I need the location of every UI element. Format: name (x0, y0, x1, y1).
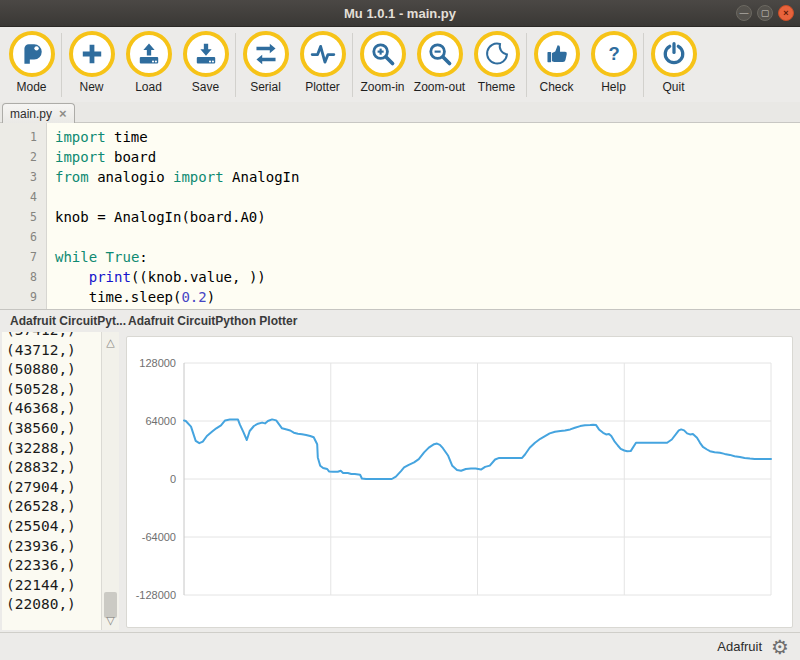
zoom-in-label: Zoom-in (360, 80, 404, 94)
serial-scrollbar[interactable]: △ ▽ (101, 332, 119, 630)
line-number: 6 (0, 227, 37, 247)
tab-bar: main.py × (0, 102, 800, 123)
line-number: 9 (0, 287, 37, 307)
plotter-pane-title: Adafruit CircuitPython Plotter (128, 314, 297, 328)
code-editor[interactable]: 123456789 import timeimport boardfrom an… (0, 123, 800, 310)
save-button[interactable]: Save (177, 31, 234, 94)
help-button[interactable]: ? Help (585, 31, 642, 94)
zoom-out-label: Zoom-out (414, 80, 465, 94)
load-icon (126, 31, 172, 77)
toolbar-separator (235, 33, 236, 97)
question-mark-icon: ? (591, 31, 637, 77)
toolbar-separator (643, 33, 644, 97)
svg-text:0: 0 (170, 473, 176, 485)
quit-button[interactable]: Quit (645, 31, 702, 94)
toolbar-separator (352, 33, 353, 97)
code-line (55, 227, 800, 247)
line-number: 2 (0, 147, 37, 167)
serial-line: (43712,) (6, 341, 101, 361)
plotter-svg: 128000640000-64000-128000 (127, 337, 792, 627)
check-label: Check (539, 80, 573, 94)
check-button[interactable]: Check (528, 31, 585, 94)
mu-editor-window: Mu 1.0.1 - main.py — ▢ × Mode New Load (0, 0, 800, 660)
serial-line: (23936,) (6, 537, 101, 557)
svg-text:?: ? (608, 43, 619, 64)
mode-label: Mode (16, 80, 46, 94)
minimize-button[interactable]: — (736, 5, 752, 21)
mode-icon (9, 31, 55, 77)
titlebar: Mu 1.0.1 - main.py — ▢ × (0, 0, 800, 27)
serial-line: (37412,) (6, 332, 101, 341)
plotter-button[interactable]: Plotter (294, 31, 351, 94)
code-line: time.sleep(0.2) (55, 287, 800, 307)
theme-button[interactable]: Theme (468, 31, 525, 94)
serial-line: (46368,) (6, 399, 101, 419)
serial-line: (38560,) (6, 419, 101, 439)
zoom-in-icon (360, 31, 406, 77)
serial-line: (22080,) (6, 595, 101, 615)
code-line: knob = AnalogIn(board.A0) (55, 207, 800, 227)
maximize-button[interactable]: ▢ (757, 5, 773, 21)
toolbar: Mode New Load Save Serial (0, 27, 800, 106)
toolbar-separator (526, 33, 527, 97)
svg-text:64000: 64000 (145, 415, 176, 427)
code-line (55, 187, 800, 207)
serial-label: Serial (250, 80, 281, 94)
save-label: Save (192, 80, 219, 94)
scroll-up-icon[interactable]: △ (102, 334, 119, 350)
svg-text:-64000: -64000 (142, 531, 176, 543)
code-line: print((knob.value, )) (55, 267, 800, 287)
gear-icon[interactable]: ⚙ (771, 637, 789, 657)
close-button[interactable]: × (778, 5, 794, 21)
zoom-in-button[interactable]: Zoom-in (354, 31, 411, 94)
serial-line: (28832,) (6, 458, 101, 478)
mode-status-label: Adafruit (717, 639, 762, 654)
line-number: 8 (0, 267, 37, 287)
zoom-out-button[interactable]: Zoom-out (411, 31, 468, 94)
serial-line: (22336,) (6, 556, 101, 576)
serial-icon (243, 31, 289, 77)
toolbar-separator (61, 33, 62, 97)
line-number: 1 (0, 127, 37, 147)
serial-line: (50880,) (6, 360, 101, 380)
code-line: while True: (55, 247, 800, 267)
line-number: 5 (0, 207, 37, 227)
serial-line: (50528,) (6, 380, 101, 400)
serial-line: (32288,) (6, 439, 101, 459)
status-bar: Adafruit ⚙ (0, 632, 800, 660)
tab-label: main.py (10, 107, 52, 121)
line-number: 3 (0, 167, 37, 187)
quit-label: Quit (662, 80, 684, 94)
tab-main-py[interactable]: main.py × (2, 103, 75, 123)
svg-text:128000: 128000 (139, 357, 176, 369)
window-controls: — ▢ × (736, 5, 794, 21)
new-button[interactable]: New (63, 31, 120, 94)
new-label: New (79, 80, 103, 94)
serial-button[interactable]: Serial (237, 31, 294, 94)
load-button[interactable]: Load (120, 31, 177, 94)
code-line: from analogio import AnalogIn (55, 167, 800, 187)
new-file-icon (69, 31, 115, 77)
theme-label: Theme (478, 80, 515, 94)
svg-text:-128000: -128000 (136, 589, 176, 601)
serial-output-pane[interactable]: (37412,)(43712,)(50880,)(50528,)(46368,)… (2, 332, 119, 630)
scroll-down-icon[interactable]: ▽ (102, 612, 119, 628)
zoom-out-icon (417, 31, 463, 77)
plotter-chart: 128000640000-64000-128000 (126, 336, 793, 628)
theme-moon-icon (474, 31, 520, 77)
window-title: Mu 1.0.1 - main.py (344, 6, 456, 21)
thumbs-up-icon (534, 31, 580, 77)
plotter-label: Plotter (305, 80, 340, 94)
code-lines[interactable]: import timeimport boardfrom analogio imp… (47, 123, 800, 309)
line-number-gutter: 123456789 (0, 123, 47, 309)
serial-line: (26528,) (6, 497, 101, 517)
code-line: import board (55, 147, 800, 167)
tab-close-icon[interactable]: × (59, 107, 67, 120)
power-icon (651, 31, 697, 77)
plotter-icon (300, 31, 346, 77)
mode-button[interactable]: Mode (3, 31, 60, 94)
serial-output-text[interactable]: (37412,)(43712,)(50880,)(50528,)(46368,)… (2, 332, 101, 630)
code-line: import time (55, 127, 800, 147)
load-label: Load (135, 80, 162, 94)
save-icon (183, 31, 229, 77)
